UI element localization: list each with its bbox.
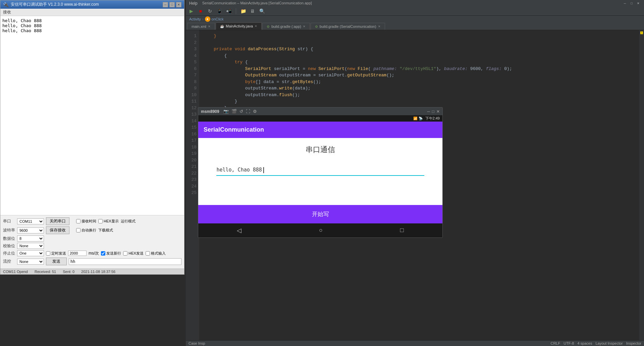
toolbar-sync-icon[interactable]: ↻ [207, 8, 213, 14]
emu-navbar: ◁ ○ □ [198, 223, 442, 237]
emu-rotate-icon[interactable]: ↺ [239, 109, 243, 114]
ide-minimize-button[interactable]: ─ [623, 1, 627, 6]
emu-video-icon[interactable]: 🎬 [231, 109, 237, 114]
emu-back-button[interactable]: ◁ [237, 227, 241, 234]
port-select[interactable]: COM11 [17, 218, 44, 224]
status-received: Received: 51 [35, 270, 56, 274]
toolbar-device2-icon[interactable]: 🖥 [249, 8, 256, 14]
auto-wrap-check[interactable] [76, 228, 80, 232]
send-newline-check[interactable] [101, 251, 105, 256]
recv-area[interactable]: hello, Chao 888 hello, Chao 888 hello, C… [0, 16, 184, 215]
serial-tool-win-controls: ─ □ ✕ [163, 2, 181, 7]
tabs-bar: main.xml ✕ ☕ MainActivity.java ✕ ⚙ build… [186, 22, 644, 30]
recv-line-2: hello, Chao 888 [2, 23, 182, 28]
breadcrumb-sep: › [202, 17, 204, 21]
toolbar-separator [236, 8, 236, 14]
emu-maximize-button[interactable]: □ [432, 109, 434, 114]
emu-minimize-button[interactable]: ─ [427, 109, 430, 114]
send-button[interactable]: 发送 [46, 258, 67, 265]
stop-select[interactable]: One [17, 250, 44, 256]
toolbar-folder-icon[interactable]: 📁 [240, 8, 247, 14]
close-port-button[interactable]: 关闭串口 [46, 217, 69, 225]
emu-status-time: 下午2:49 [425, 116, 440, 121]
port-label: 串口 [3, 218, 15, 224]
ctrl-row-1: 串口 COM11 关闭串口 接收时间 HEX显示 运行模式 [3, 217, 181, 225]
tab-build-gradle-serial-label: build.gradle (SerialConmunication) [320, 24, 376, 28]
close-button[interactable]: ✕ [176, 2, 181, 7]
toolbar-avd-icon[interactable]: 📲 [225, 8, 232, 14]
format-input-checkbox: 格式输入 [146, 251, 166, 256]
serial-tool-title-left: 🔌 安信可串口调试助手 V1.2.3.0 www.ai-thinker.com [3, 2, 99, 7]
download-mode-checkbox: 下载模式 [98, 228, 113, 233]
tab-build-gradle-app[interactable]: ⚙ build.gradle (:app) ✕ [262, 23, 310, 30]
hex-display-checkbox: HEX显示 [98, 219, 119, 224]
toolbar-stop-icon[interactable]: ■ [197, 8, 204, 14]
toolbar-search-icon[interactable]: 🔍 [259, 8, 265, 14]
emu-home-button[interactable]: ○ [319, 227, 323, 234]
bottom-controls: 串口 COM11 关闭串口 接收时间 HEX显示 运行模式 波特率 9600 [0, 215, 184, 269]
tab-main-xml[interactable]: main.xml ✕ [187, 23, 215, 30]
layout-inspector-label[interactable]: Layout Inspector [595, 341, 623, 345]
recv-time-check[interactable] [76, 219, 80, 223]
emu-camera-icon[interactable]: 📷 [223, 109, 229, 114]
ide-close-button[interactable]: ✕ [636, 1, 641, 6]
send-input[interactable] [69, 258, 181, 265]
timed-send-check[interactable] [46, 251, 50, 256]
tab-build-gradle-app-close[interactable]: ✕ [303, 25, 306, 28]
emu-close-button[interactable]: ✕ [436, 109, 440, 114]
hex-display-check[interactable] [98, 219, 103, 223]
baud-select[interactable]: 9600 [17, 227, 44, 233]
recv-label: 接收 [0, 9, 184, 16]
tab-mainactivity-java[interactable]: ☕ MainActivity.java ✕ [216, 22, 262, 30]
status-sent: Sent: 0 [63, 270, 74, 274]
menu-help[interactable]: Help [189, 1, 198, 6]
serial-tool-title: 安信可串口调试助手 V1.2.3.0 www.ai-thinker.com [11, 2, 99, 7]
emu-icons: 📷 🎬 ↺ ⛶ ⚙ [223, 109, 257, 114]
emu-heading: 串口通信 [306, 145, 335, 155]
auto-wrap-checkbox: 自动换行 [76, 228, 96, 233]
serial-tool-window: 🔌 安信可串口调试助手 V1.2.3.0 www.ai-thinker.com … [0, 0, 184, 275]
parity-select[interactable]: None [17, 243, 44, 249]
tab-build-gradle-serial[interactable]: ⚙ build.gradle (SerialConmunication) ✕ [311, 23, 385, 30]
breadcrumb-activity[interactable]: Activity [189, 17, 201, 21]
menu-items: Help SerialConmunication – MainActivity.… [189, 1, 312, 6]
gradle-icon-2: ⚙ [315, 25, 318, 28]
tab-main-xml-close[interactable]: ✕ [208, 25, 211, 28]
toolbar-build-icon[interactable]: ▶ [188, 8, 195, 14]
tab-build-gradle-serial-close[interactable]: ✕ [378, 25, 381, 28]
cursor [263, 167, 264, 173]
tab-mainactivity-java-close[interactable]: ✕ [255, 24, 257, 28]
timed-send-checkbox: 定时发送 [46, 251, 66, 256]
java-icon: ☕ [220, 24, 224, 28]
inspector-label[interactable]: Inspector [626, 341, 641, 345]
maximize-button[interactable]: □ [169, 2, 175, 7]
emu-titlebar: msm8909 📷 🎬 ↺ ⛶ ⚙ ─ □ ✕ [198, 108, 442, 115]
emu-settings-icon[interactable]: ⚙ [253, 109, 257, 114]
flow-select[interactable]: None [17, 259, 44, 265]
parity-label: 校验位 [3, 243, 15, 249]
timed-interval-input[interactable]: 2000 [68, 251, 87, 256]
ctrl-row-5: 停止位 One 定时发送 2000 ms/次 发送新行 HEX发送 格式输入 [3, 250, 181, 256]
emu-recents-button[interactable]: □ [400, 227, 404, 234]
minimize-button[interactable]: ─ [163, 2, 168, 7]
emu-text-input-value: hello, Chao 888 [216, 167, 262, 173]
emu-win-controls: ─ □ ✕ [427, 109, 440, 114]
encoding: UTF-8 [564, 341, 574, 345]
ctrl-row-4: 校验位 None [3, 243, 181, 249]
ide-win-controls: ─ □ ✕ [623, 1, 641, 6]
breadcrumb-method[interactable]: onClick [212, 17, 224, 21]
emu-fullscreen-icon[interactable]: ⛶ [246, 109, 250, 114]
emu-text-input-container[interactable]: hello, Chao 888 [216, 165, 424, 176]
ide-menubar: Help SerialConmunication – MainActivity.… [186, 0, 644, 7]
emu-signal-icon: 📡 [419, 117, 423, 120]
emu-btn-bar[interactable]: 开始写 [198, 205, 442, 223]
toolbar-device-icon[interactable]: 📱 [216, 8, 223, 14]
right-gutter: ⚠ [639, 30, 644, 340]
save-recv-button[interactable]: 保存接收 [46, 226, 69, 234]
ide-maximize-button[interactable]: □ [629, 1, 634, 6]
databit-select[interactable]: 8 [17, 235, 44, 241]
hex-send-check[interactable] [123, 251, 127, 256]
format-input-check[interactable] [146, 251, 150, 256]
recv-time-checkbox: 接收时间 [76, 219, 96, 224]
emu-title-left: msm8909 📷 🎬 ↺ ⛶ ⚙ [201, 109, 257, 114]
